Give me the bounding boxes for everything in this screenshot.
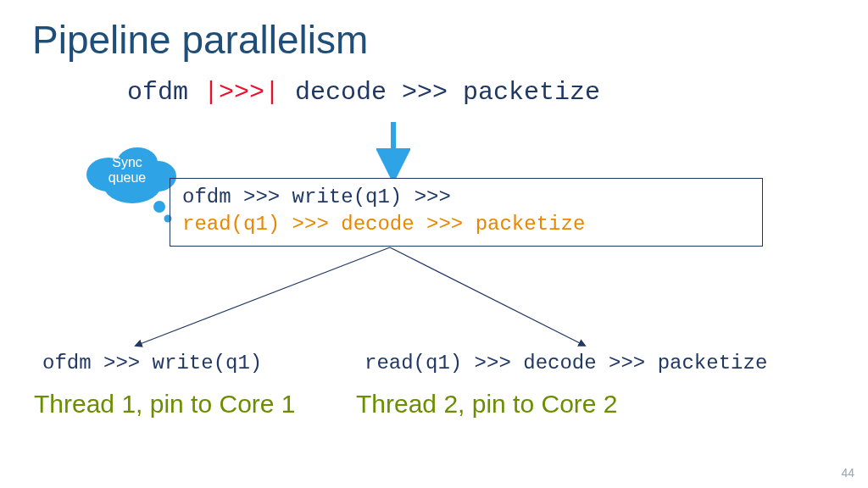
codebox-line2: read(q1) >>> decode >>> packetize <box>182 211 750 238</box>
codebox-line1: ofdm >>> write(q1) >>> <box>182 184 750 211</box>
expanded-code-box: ofdm >>> write(q1) >>> read(q1) >>> deco… <box>170 178 763 247</box>
slide-root: Pipeline parallelism ofdm |>>>| decode >… <box>0 0 868 488</box>
thread1-code: ofdm >>> write(q1) <box>42 352 262 374</box>
thread2-label: Thread 2, pin to Core 2 <box>356 390 618 419</box>
svg-line-7 <box>136 247 390 346</box>
code-seg-ofdm: ofdm <box>127 78 203 107</box>
svg-point-5 <box>153 201 165 213</box>
fork-arrows-icon <box>68 246 746 356</box>
cloud-label: Syncqueue <box>76 141 178 200</box>
code-seg-pipe-op: |>>>| <box>203 78 280 107</box>
code-seg-rest: decode >>> packetize <box>280 78 600 107</box>
page-number: 44 <box>841 466 854 480</box>
arrow-down-icon <box>376 119 410 178</box>
sync-queue-cloud: Syncqueue <box>76 141 178 225</box>
slide-title: Pipeline parallelism <box>32 17 368 63</box>
thread2-code: read(q1) >>> decode >>> packetize <box>364 352 767 374</box>
svg-line-8 <box>390 247 585 346</box>
thread1-label: Thread 1, pin to Core 1 <box>34 390 296 419</box>
top-pipeline-code: ofdm |>>>| decode >>> packetize <box>127 78 600 107</box>
